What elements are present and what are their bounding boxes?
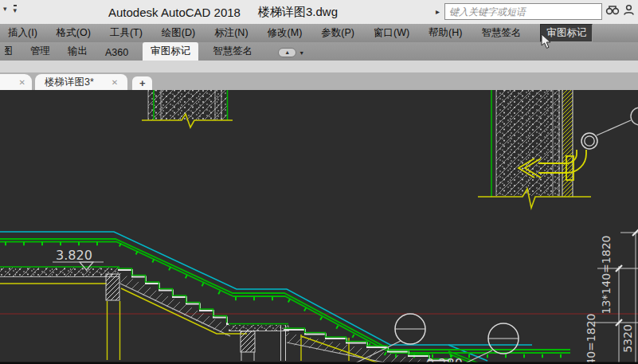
menu-format[interactable]: 格式(O) xyxy=(57,26,91,40)
menu-parametric[interactable]: 参数(P) xyxy=(321,26,354,40)
ribbon-collapse-button[interactable]: ▲ ▼ xyxy=(278,48,304,57)
help-search-input[interactable] xyxy=(444,3,602,20)
file-tab-label: 楼梯详图3* xyxy=(45,76,94,89)
file-tab-active[interactable]: 楼梯详图3* ✕ xyxy=(35,74,127,90)
ribbon-body-empty xyxy=(0,61,638,73)
menu-dimension[interactable]: 标注(N) xyxy=(214,26,248,40)
menu-tools[interactable]: 工具(T) xyxy=(110,26,143,40)
menu-window[interactable]: 窗口(W) xyxy=(374,26,409,40)
close-icon[interactable]: ✕ xyxy=(112,78,118,87)
file-tab-bar: ✕ 楼梯详图3* ✕ + xyxy=(0,72,638,90)
close-icon[interactable]: ✕ xyxy=(19,78,25,87)
drawing-canvas[interactable]: 3.820 xyxy=(0,90,638,364)
search-cluster: ▸ xyxy=(436,3,635,20)
app-title: Autodesk AutoCAD 2018 xyxy=(108,6,241,19)
chevron-down-icon: ▼ xyxy=(299,50,304,56)
ribbon-tab-a360[interactable]: A360 xyxy=(102,45,131,61)
mouse-cursor xyxy=(541,33,552,50)
search-binoculars-icon[interactable] xyxy=(605,4,620,19)
landing-post xyxy=(241,331,255,352)
ribbon-collapse-icon: ▲ xyxy=(278,48,296,57)
ribbon-tab-smart-signature[interactable]: 智慧签名 xyxy=(209,42,256,61)
landing-beam xyxy=(106,274,119,300)
new-tab-button[interactable]: + xyxy=(132,76,152,90)
dim-text-riser-upper: 13*140=1820 xyxy=(600,236,613,315)
ribbon-tab-view-partial[interactable]: 视图 xyxy=(5,42,16,61)
menu-help[interactable]: 帮助(H) xyxy=(429,26,462,40)
ribbon-tab-output[interactable]: 输出 xyxy=(65,42,91,61)
menu-draw[interactable]: 绘图(D) xyxy=(162,26,195,40)
plus-icon: + xyxy=(139,77,146,89)
ribbon-tab-manage[interactable]: 管理 xyxy=(27,42,53,61)
ribbon-tab-review-markup[interactable]: 审图标记 xyxy=(143,42,198,61)
file-tab-partial[interactable]: ✕ xyxy=(0,74,32,90)
menu-modify[interactable]: 修改(M) xyxy=(268,26,303,40)
dim-text-riser-lower: 13*140=1820 xyxy=(585,314,597,364)
title-bar: ▾ ▾ Autodesk AutoCAD 2018 楼梯详图3.dwg ▸ xyxy=(0,0,638,25)
sign-in-user-icon[interactable] xyxy=(623,4,635,19)
window-title: Autodesk AutoCAD 2018 楼梯详图3.dwg xyxy=(0,0,446,24)
menu-smart-signature[interactable]: 智慧签名 xyxy=(481,26,521,40)
svg-text:3.820: 3.820 xyxy=(56,248,92,263)
menu-insert[interactable]: 插入(I) xyxy=(8,26,37,40)
dim-text-total: 5320 xyxy=(621,324,634,353)
document-name: 楼梯详图3.dwg xyxy=(258,5,338,20)
search-expand-icon[interactable]: ▸ xyxy=(436,7,440,16)
